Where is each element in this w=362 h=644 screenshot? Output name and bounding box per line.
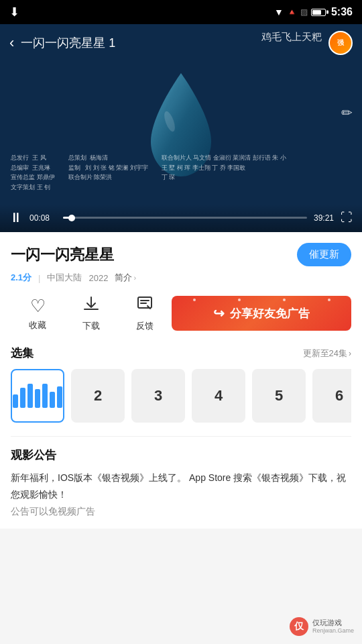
episode-grid: 2 3 4 5 6: [11, 369, 351, 425]
credits-right: 联合制片人 马文情 金淑衍 菜润清 彭行语 朱 小 王 墅 柯 珲 李士翔 丁 …: [162, 153, 286, 192]
current-time: 00:08: [29, 213, 56, 223]
divider: |: [38, 273, 40, 283]
sparkle-decoration: [172, 299, 351, 301]
feedback-label: 反馈: [136, 320, 154, 332]
share-ad-label: 分享好友免广告: [230, 306, 310, 321]
wifi-icon: ▼: [274, 7, 284, 17]
announcement-text: 新年福利，IOS版本《银杏视频》上线了。 App Store 搜索《银杏视频》下…: [11, 470, 351, 503]
video-title-header: 一闪一闪亮星星 1: [21, 35, 328, 51]
show-title: 一闪一闪亮星星: [11, 245, 114, 265]
feedback-action[interactable]: 反馈: [118, 294, 172, 332]
video-nav: ‹ 一闪一闪亮星星 1 强: [0, 24, 362, 62]
chevron-right-icon: ›: [349, 349, 351, 358]
episodes-title: 选集: [11, 345, 34, 361]
feedback-icon: [135, 294, 154, 317]
watermark: 仅 仅玩游戏 Renjwan.Game: [290, 617, 354, 636]
download-label: 下载: [82, 320, 100, 332]
video-area: ‹ 一闪一闪亮星星 1 强 鸡毛飞上天粑: [0, 24, 362, 232]
battery-icon: [311, 9, 326, 16]
episode-item-3[interactable]: 3: [131, 369, 185, 423]
update-button[interactable]: 催更新: [297, 243, 351, 266]
episode-item-6[interactable]: 6: [312, 369, 351, 423]
watermark-text: 仅玩游戏 Renjwan.Game: [312, 618, 354, 635]
total-time: 39:21: [314, 213, 334, 223]
progress-thumb[interactable]: [68, 215, 75, 221]
bar-2: [20, 388, 25, 408]
bar-5: [42, 384, 48, 408]
bar-3: [27, 384, 33, 408]
credits-overlay: 总发行 王 风 总编审 王兆琳 宣传总监 郑鼎伊 文字策划 王 钊 总策划 杨海…: [11, 153, 351, 192]
share-ad-button[interactable]: ↪ 分享好友免广告: [172, 296, 351, 331]
status-bar: ⬇ ▼ 🔺 ▨ 5:36: [0, 0, 362, 24]
download-icon: [82, 294, 101, 317]
announcement-fade: 公告可以免视频广告: [11, 506, 351, 518]
status-time: 5:36: [331, 6, 353, 18]
show-year: 2022: [88, 273, 108, 283]
bar-6: [50, 392, 55, 408]
episodes-more[interactable]: 更新至24集 ›: [303, 347, 351, 360]
episode-item-5[interactable]: 5: [252, 369, 306, 423]
share-icon: ↪: [213, 305, 225, 321]
episodes-section: 选集 更新至24集 › 2: [11, 345, 351, 425]
credits-middle: 总策划 杨海清 监制 刘 刘 张 铭 荣澜 刘宇宇 联合制片 陈荣洪: [68, 153, 148, 192]
episodes-header: 选集 更新至24集 ›: [11, 345, 351, 361]
show-rating: 2.1分: [11, 272, 32, 284]
play-pause-button[interactable]: ⏸: [9, 210, 23, 225]
download-action[interactable]: 下载: [64, 294, 118, 332]
credits-left: 总发行 王 风 总编审 王兆琳 宣传总监 郑鼎伊 文字策划 王 钊: [11, 153, 55, 192]
bar-4: [35, 389, 40, 408]
meta-row: 2.1分 | 中国大陆 2022 简介 ›: [11, 272, 351, 284]
fullscreen-button[interactable]: ⛶: [341, 211, 353, 225]
download-icon: ⬇: [9, 5, 19, 19]
episode-item-1[interactable]: [11, 369, 64, 423]
title-row: 一闪一闪亮星星 催更新: [11, 243, 351, 266]
bar-1: [13, 394, 18, 408]
episode-item-2[interactable]: 2: [71, 369, 125, 423]
announcement-title: 观影公告: [11, 447, 351, 463]
signal-icon: 🔺: [287, 7, 297, 17]
back-button[interactable]: ‹: [9, 34, 14, 52]
edit-icon[interactable]: ✏: [341, 105, 353, 121]
promo-badge[interactable]: 强: [328, 31, 353, 55]
collect-label: 收藏: [29, 319, 46, 331]
no-sim-icon: ▨: [300, 7, 308, 17]
collect-action[interactable]: ♡ 收藏: [11, 296, 64, 331]
chevron-right-icon: ›: [133, 274, 136, 282]
announcement-section: 观影公告 新年福利，IOS版本《银杏视频》上线了。 App Store 搜索《银…: [11, 436, 351, 518]
action-row: ♡ 收藏 下载 反馈: [11, 294, 351, 332]
episode-item-4[interactable]: 4: [192, 369, 245, 423]
main-content: 一闪一闪亮星星 催更新 2.1分 | 中国大陆 2022 简介 › ♡ 收藏 下…: [0, 232, 362, 529]
heart-icon: ♡: [30, 296, 46, 317]
progress-bar[interactable]: [63, 217, 307, 219]
bar-7: [57, 386, 62, 408]
show-country: 中国大陆: [47, 272, 82, 284]
status-icons: ▼ 🔺 ▨: [274, 7, 326, 17]
video-controls: ⏸ 00:08 39:21 ⛶: [0, 205, 362, 232]
watermark-logo: 仅: [290, 617, 308, 636]
intro-link[interactable]: 简介 ›: [115, 272, 136, 284]
episode-bars: [13, 384, 62, 408]
